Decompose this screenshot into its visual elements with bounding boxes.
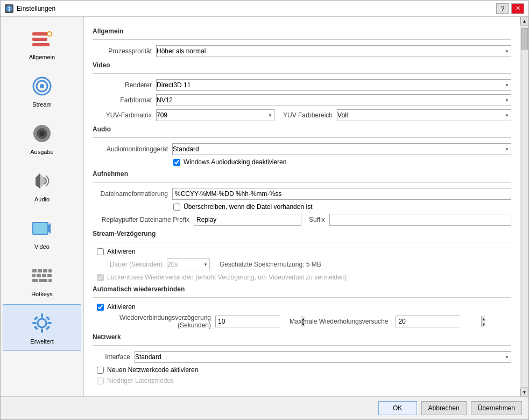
replay-input[interactable] — [194, 214, 301, 226]
yuv-matrix-select-wrapper: 709 — [156, 109, 274, 121]
yuv-row: YUV-Farbmatrix 709 YUV Farbbereich Voll — [93, 109, 511, 121]
erweitert-label: Erweitert — [30, 338, 53, 345]
svg-rect-23 — [42, 274, 46, 277]
svg-rect-24 — [47, 274, 52, 277]
ducking-checkbox[interactable] — [173, 159, 180, 166]
renderer-select-wrapper: Direct3D 11 — [156, 79, 511, 91]
aufnehmen-section: Aufnehmen Dateinameformatierung Überschr… — [93, 170, 511, 226]
abbrechen-button[interactable]: Abbrechen — [421, 401, 467, 415]
interface-label: Interface — [93, 353, 130, 361]
close-button[interactable]: ✕ — [511, 3, 524, 14]
svg-marker-16 — [48, 223, 51, 234]
ok-button[interactable]: OK — [378, 401, 417, 415]
monitor-label: Audiomonitoringgerät — [93, 145, 168, 153]
svg-rect-15 — [33, 223, 47, 234]
renderer-select[interactable]: Direct3D 11 — [156, 79, 511, 91]
allgemein-icon — [29, 26, 55, 52]
lueckenloss-label: Lückenloses Wiederverbinden (erhöht Verz… — [107, 274, 347, 281]
latenzmodus-checkbox[interactable] — [97, 377, 104, 384]
ducking-row: Windows Audioducking deaktivieren — [173, 158, 511, 166]
sidebar-item-audio[interactable]: Audio — [3, 162, 81, 208]
netzwerk-divider — [93, 345, 511, 346]
yuv-bereich-label: YUV Farbbereich — [283, 111, 333, 119]
wiederverbinden-aktivieren-row: Aktivieren — [97, 303, 511, 311]
video-label: Video — [34, 243, 50, 250]
dauer-select[interactable]: 20s — [167, 258, 210, 270]
verzoegerung-zeit-row: Wiederverbindungsverzögerung (Sekunden) … — [93, 314, 511, 329]
yuv-matrix-select[interactable]: 709 — [156, 109, 274, 121]
video-header: Video — [93, 61, 511, 69]
prozess-select[interactable]: Höher als normal — [156, 45, 511, 57]
max-versuche-spinbox-up[interactable]: ▲ — [482, 316, 485, 321]
content-area: Allgemein Prozessprorität Höher als norm… — [84, 17, 520, 396]
yuv-matrix-label: YUV-Farbmatrix — [93, 111, 152, 119]
interface-select-wrapper: Standard — [135, 351, 511, 363]
svg-rect-18 — [38, 269, 42, 272]
window-title: Einstellungen — [17, 5, 496, 12]
uebernehmen-button[interactable]: Übernehmen — [471, 401, 522, 415]
allgemein-header: Allgemein — [93, 27, 511, 35]
erweitert-icon — [29, 310, 55, 336]
scroll-down-arrow[interactable]: ▼ — [520, 388, 529, 396]
verzoegerung-input[interactable] — [216, 316, 301, 327]
farbformat-row: Farbformat NV12 — [93, 94, 511, 106]
scroll-thumb[interactable] — [521, 28, 528, 50]
prozess-row: Prozessprorität Höher als normal — [93, 45, 511, 57]
sidebar-item-ausgabe[interactable]: Ausgabe — [3, 115, 81, 161]
allgemein-divider — [93, 39, 511, 40]
max-versuche-spinbox: ▲ ▼ — [396, 316, 460, 327]
dateiname-label: Dateinameformatierung — [93, 190, 168, 198]
scrollbar: ▲ ▼ — [520, 17, 528, 396]
verzoegerung-aktivieren-label: Aktivieren — [107, 248, 136, 255]
help-button[interactable]: ? — [496, 3, 509, 14]
svg-point-7 — [48, 32, 51, 36]
svg-rect-29 — [41, 313, 43, 318]
dateiname-input[interactable] — [172, 188, 511, 200]
audio-header: Audio — [93, 125, 511, 133]
netzwerkcode-checkbox[interactable] — [97, 367, 104, 374]
video-icon — [29, 215, 55, 241]
renderer-label: Renderer — [93, 81, 152, 89]
ducking-label: Windows Audioducking deaktivieren — [184, 158, 286, 166]
verzoegerung-aktivieren-row: Aktivieren — [97, 248, 511, 255]
audio-label: Audio — [34, 196, 50, 202]
svg-rect-30 — [41, 328, 43, 333]
sidebar-item-allgemein[interactable]: Allgemein — [3, 20, 81, 66]
wiederverbinden-aktivieren-checkbox[interactable] — [97, 304, 104, 311]
interface-select[interactable]: Standard — [135, 351, 511, 363]
max-versuche-input[interactable] — [396, 316, 481, 327]
sidebar-item-stream[interactable]: Stream — [3, 67, 81, 114]
netzwerkcode-row: Neuen Netzwerkcode aktivieren — [97, 366, 511, 374]
monitor-select[interactable]: Standard — [172, 143, 511, 155]
yuv-bereich-select[interactable]: Voll — [337, 109, 511, 121]
scroll-track[interactable] — [521, 25, 528, 388]
farbformat-select[interactable]: NV12 — [156, 94, 511, 106]
svg-rect-33 — [34, 316, 38, 320]
wiederverbinden-section: Automatisch wiederverbinden Aktivieren W… — [93, 285, 511, 329]
verzoegerung-zeit-label: Wiederverbindungsverzögerung (Sekunden) — [93, 314, 211, 329]
ueberschreiben-label: Überschreiben, wenn die Datei vorhanden … — [184, 203, 312, 211]
max-versuche-label: Maximale Wiederholungsversuche — [290, 318, 388, 325]
wiederverbinden-aktivieren-label: Aktivieren — [107, 303, 136, 311]
ueberschreiben-checkbox[interactable] — [173, 204, 180, 211]
lueckenloss-checkbox[interactable] — [97, 274, 104, 281]
sidebar-item-video[interactable]: Video — [3, 209, 81, 256]
dauer-label: Dauer (Sekunden) — [93, 261, 163, 268]
allgemein-section: Allgemein Prozessprorität Höher als norm… — [93, 27, 511, 57]
wiederverbinden-header: Automatisch wiederverbinden — [93, 285, 511, 293]
suffix-input[interactable] — [329, 214, 511, 226]
sidebar-item-erweitert[interactable]: Erweitert — [3, 304, 81, 351]
max-versuche-spinbox-down[interactable]: ▼ — [482, 321, 485, 327]
bottom-spacer — [93, 388, 511, 396]
svg-rect-21 — [32, 274, 36, 277]
sidebar-item-hotkeys[interactable]: Hotkeys — [3, 257, 81, 303]
suffix-label: Suffix — [309, 216, 325, 223]
video-divider — [93, 73, 511, 74]
netzwerkcode-label: Neuen Netzwerkcode aktivieren — [107, 366, 198, 374]
verzoegerung-aktivieren-checkbox[interactable] — [97, 248, 104, 255]
dauer-select-wrapper: 20s — [167, 258, 210, 270]
titlebar-icon — [5, 4, 13, 13]
replay-row: Replaypuffer Dateiname Prefix Suffix — [93, 214, 511, 226]
scroll-up-arrow[interactable]: ▲ — [520, 17, 529, 25]
svg-rect-34 — [46, 316, 50, 320]
